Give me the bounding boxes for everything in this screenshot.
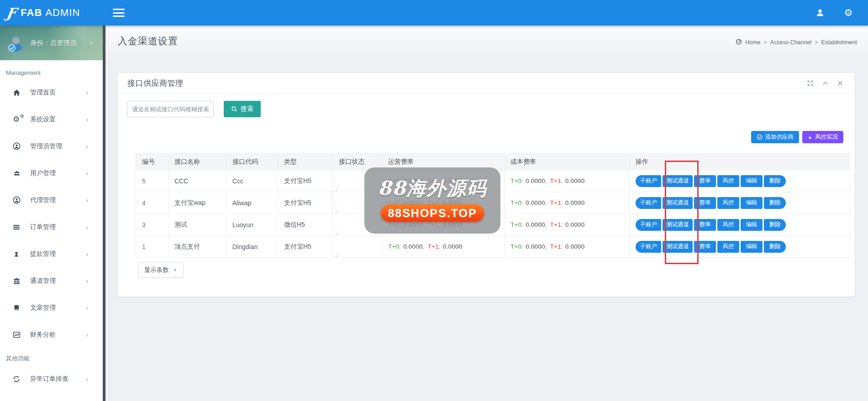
col-header-name: 接口名称	[168, 154, 226, 170]
search-icon	[231, 106, 237, 112]
card-controls	[806, 79, 844, 87]
risk-control-button[interactable]: 风控	[717, 219, 739, 231]
sidebar-item-finance-analysis[interactable]: 财务分析 ›	[0, 321, 103, 348]
sidebar-item-article-management[interactable]: 文章管理 ›	[0, 294, 103, 321]
delete-button[interactable]: 删除	[764, 175, 786, 187]
breadcrumb-home[interactable]: Home	[745, 39, 760, 46]
gear-icon[interactable]: ⚙	[843, 8, 853, 18]
sidebar-item-withdraw-management[interactable]: 提款管理 ›	[0, 240, 103, 267]
navbar-right: ⚙	[815, 8, 868, 18]
toggle-knob	[333, 248, 338, 258]
sub-account-button[interactable]: 子账户	[636, 197, 661, 209]
sidebar-item-abnormal-orders[interactable]: 异常订单排查 ›	[0, 365, 103, 392]
card-title: 接口供应商管理	[127, 78, 184, 89]
sidebar-item-label: 用户管理	[30, 169, 56, 177]
sidebar-item-label: 财务分析	[30, 331, 56, 339]
search-button[interactable]: 搜索	[224, 101, 261, 117]
edit-button[interactable]: 编辑	[741, 197, 763, 209]
breadcrumb-current: Establishment	[821, 39, 857, 46]
home-icon	[13, 89, 23, 97]
watermark-text: 88海外源码	[364, 176, 500, 201]
sidebar-menu: Management 管理首页 › ⚙⚙ 系统设置 › 管理员管理 › 用户管理…	[0, 60, 103, 392]
cell-status: 开启	[333, 236, 382, 258]
sidebar-item-label: 管理首页	[30, 89, 56, 97]
logo-icon: Ƒ	[5, 5, 17, 21]
delete-button[interactable]: 删除	[764, 219, 786, 231]
sub-account-button[interactable]: 子账户	[636, 241, 661, 253]
chevron-right-icon: ›	[86, 277, 88, 285]
edit-button[interactable]: 编辑	[741, 175, 763, 187]
card-header: 接口供应商管理	[118, 73, 855, 94]
status-label: 开启	[342, 184, 353, 192]
cell-type: 微信H5	[278, 214, 333, 236]
sidebar-item-admin-management[interactable]: 管理员管理 ›	[0, 133, 103, 160]
sub-account-button[interactable]: 子账户	[636, 175, 661, 187]
app-window: Ƒ FAB ADMIN ⚙ 身份：总管理员 › M	[0, 0, 868, 401]
risk-control-button[interactable]: 风控	[717, 241, 739, 253]
risk-control-button[interactable]: 风控	[717, 175, 739, 187]
edit-button[interactable]: 编辑	[741, 241, 763, 253]
toggle-knob	[333, 204, 338, 214]
check-circle-icon	[757, 134, 763, 140]
chevron-right-icon: ›	[86, 331, 88, 339]
risk-control-button[interactable]: 风控	[717, 197, 739, 209]
cell-cost-fee: T+0:0.0000,T+1:0.0000	[505, 214, 630, 236]
cell-number: 3	[136, 214, 168, 236]
search-input[interactable]	[127, 101, 214, 117]
chevron-right-icon: ›	[86, 115, 88, 123]
col-header-number: 编号	[136, 154, 168, 170]
brand[interactable]: Ƒ FAB ADMIN	[0, 0, 103, 26]
sidebar-toggle-icon[interactable]	[113, 9, 125, 17]
search-button-label: 搜索	[241, 105, 253, 113]
expand-icon[interactable]	[806, 79, 814, 87]
cell-number: 5	[136, 170, 168, 192]
sidebar-item-dashboard[interactable]: 管理首页 ›	[0, 79, 103, 106]
risk-monitor-label: 风控实况	[815, 133, 838, 141]
watermark-overlay: 88海外源码 88SHOPS.TOP	[364, 167, 500, 234]
table-row: 1 顶点支付 Dingdian 支付宝H5 开启 T+0:0.0000,T+1:…	[136, 236, 850, 258]
cell-number: 1	[136, 236, 168, 258]
breadcrumb: Home > Access Channel > Establishment	[736, 38, 857, 46]
status-label: 开启	[342, 206, 353, 214]
cell-type: 支付宝H5	[278, 170, 333, 192]
user-icon[interactable]	[815, 8, 825, 18]
page-size-dropdown[interactable]: 显示条数 ▼	[138, 262, 184, 278]
cell-name: 测试	[168, 214, 226, 236]
chevron-right-icon: ›	[86, 142, 88, 150]
withdraw-icon	[13, 250, 23, 258]
card-actions: 添加供应商 ▲ 风控实况	[751, 131, 843, 143]
risk-monitor-button[interactable]: ▲ 风控实况	[802, 131, 843, 143]
users-icon	[13, 169, 23, 177]
orders-icon	[13, 223, 23, 231]
warning-triangle-icon: ▲	[808, 135, 812, 140]
sidebar-item-order-management[interactable]: 订单管理 ›	[0, 214, 103, 240]
edit-button[interactable]: 编辑	[741, 219, 763, 231]
delete-button[interactable]: 删除	[764, 241, 786, 253]
sidebar-user-panel[interactable]: 身份：总管理员 ›	[0, 26, 103, 60]
breadcrumb-separator: >	[764, 39, 767, 46]
delete-button[interactable]: 删除	[764, 197, 786, 209]
cell-code: Ccc	[226, 170, 278, 192]
breadcrumb-access-channel[interactable]: Access Channel	[770, 39, 811, 46]
bank-icon	[13, 277, 23, 285]
chevron-right-icon: ›	[86, 304, 88, 312]
content-header: 入金渠道设置 Home > Access Channel > Establish…	[105, 26, 868, 58]
logo-light: ADMIN	[45, 7, 80, 18]
chevron-right-icon: ›	[90, 39, 93, 47]
collapse-icon[interactable]	[821, 79, 829, 87]
sub-account-button[interactable]: 子账户	[636, 219, 661, 231]
chevron-right-icon: ›	[86, 196, 88, 204]
sidebar-item-label: 通道管理	[30, 277, 56, 285]
cell-number: 4	[136, 192, 168, 214]
close-icon[interactable]	[836, 79, 844, 87]
col-header-type: 类型	[278, 154, 333, 170]
cell-cost-fee: T+0:0.0000,T+1:0.0000	[505, 170, 630, 192]
sidebar-item-system-settings[interactable]: ⚙⚙ 系统设置 ›	[0, 106, 103, 133]
sidebar-item-user-management[interactable]: 用户管理 ›	[0, 160, 103, 187]
sidebar-item-agent-management[interactable]: 代理管理 ›	[0, 187, 103, 214]
sidebar-item-label: 代理管理	[30, 196, 56, 204]
add-supplier-button[interactable]: 添加供应商	[751, 131, 800, 143]
sidebar-item-label: 订单管理	[30, 223, 56, 231]
cell-cost-fee: T+0:0.0000,T+1:0.0000	[505, 192, 630, 214]
sidebar-item-channel-management[interactable]: 通道管理 ›	[0, 267, 103, 294]
